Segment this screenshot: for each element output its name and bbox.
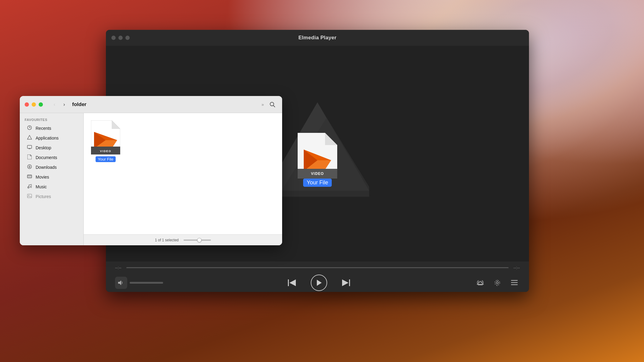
player-close-button[interactable]	[111, 36, 116, 40]
finder-titlebar: ‹ › folder »	[20, 96, 282, 113]
finder-close-button[interactable]	[25, 102, 29, 107]
skip-back-icon	[288, 279, 296, 286]
sidebar-label-desktop: Desktop	[36, 145, 51, 150]
finder-minimize-button[interactable]	[32, 102, 36, 107]
svg-point-17	[496, 282, 499, 284]
svg-marker-29	[30, 154, 32, 156]
volume-button[interactable]	[115, 277, 127, 289]
skip-forward-button[interactable]	[339, 276, 353, 289]
file-item[interactable]: VIDEO Your File	[91, 120, 120, 162]
player-title: Elmedia Player	[298, 35, 336, 41]
airplay-icon	[477, 279, 484, 286]
time-end: --:--	[513, 265, 520, 270]
svg-point-40	[28, 195, 29, 196]
finder-statusbar: 1 of 1 selected	[84, 234, 282, 245]
sidebar-label-music: Music	[36, 184, 47, 189]
svg-rect-26	[27, 145, 32, 148]
nav-forward-button[interactable]: ›	[60, 100, 68, 109]
zoom-thumb	[197, 238, 201, 242]
speaker-icon	[118, 280, 124, 285]
sidebar-item-desktop[interactable]: Desktop	[22, 143, 82, 153]
player-file-label: Your File	[303, 179, 332, 187]
svg-rect-16	[478, 284, 483, 285]
downloads-icon	[26, 164, 33, 170]
documents-icon	[26, 154, 33, 161]
svg-marker-25	[27, 135, 32, 139]
sidebar-label-pictures: Pictures	[36, 194, 51, 199]
center-controls	[285, 275, 353, 291]
finder-traffic-lights	[25, 102, 43, 107]
sidebar-label-downloads: Downloads	[36, 165, 57, 170]
movies-icon	[26, 174, 33, 180]
skip-back-button[interactable]	[285, 276, 299, 289]
sidebar-item-documents[interactable]: Documents	[22, 153, 82, 162]
svg-rect-19	[511, 280, 518, 281]
zoom-slider[interactable]	[184, 240, 211, 241]
file-icon-svg: VIDEO	[91, 120, 120, 154]
finder-path-title: folder	[72, 101, 86, 108]
svg-rect-21	[511, 284, 518, 285]
svg-rect-20	[511, 282, 518, 283]
volume-section	[115, 277, 163, 289]
nav-back-button[interactable]: ‹	[50, 100, 59, 109]
airplay-button[interactable]	[475, 277, 486, 288]
player-titlebar: Elmedia Player	[106, 30, 529, 46]
settings-button[interactable]	[492, 277, 503, 288]
gear-icon	[494, 279, 501, 286]
player-minimize-button[interactable]	[118, 36, 123, 40]
play-button[interactable]	[311, 275, 327, 291]
svg-marker-3	[325, 133, 337, 145]
finder-main: VIDEO Your File 1 of 1 selected	[84, 113, 282, 245]
svg-point-18	[495, 280, 500, 285]
finder-window: ‹ › folder » Favourites Recents	[20, 96, 282, 245]
sidebar-item-applications[interactable]: Applications	[22, 133, 82, 143]
sidebar-item-music[interactable]: Music	[22, 182, 82, 192]
svg-point-37	[28, 187, 29, 188]
progress-track[interactable]	[126, 267, 509, 268]
finder-maximize-button[interactable]	[39, 102, 43, 107]
svg-marker-9	[118, 280, 121, 285]
desktop-icon	[26, 145, 33, 151]
progress-area: --:-- --:--	[106, 261, 529, 274]
svg-rect-13	[349, 279, 350, 286]
sidebar-item-downloads[interactable]: Downloads	[22, 162, 82, 172]
right-controls	[475, 277, 520, 288]
player-maximize-button[interactable]	[125, 36, 130, 40]
svg-rect-39	[27, 194, 32, 198]
file-label: Your File	[96, 156, 116, 162]
applications-icon	[26, 135, 33, 141]
svg-rect-27	[29, 148, 30, 149]
svg-line-23	[273, 105, 275, 107]
svg-marker-12	[317, 280, 322, 286]
path-chevron-icon[interactable]: »	[261, 102, 264, 107]
player-traffic-lights	[111, 36, 130, 40]
play-icon	[316, 280, 322, 286]
sidebar-label-documents: Documents	[36, 155, 57, 160]
sidebar-item-recents[interactable]: Recents	[22, 123, 82, 133]
svg-marker-11	[289, 279, 296, 286]
svg-text:VIDEO: VIDEO	[311, 172, 324, 176]
selection-status: 1 of 1 selected	[155, 238, 179, 242]
sidebar-item-pictures[interactable]: Pictures	[22, 192, 82, 201]
playlist-icon	[511, 280, 518, 286]
controls-row	[106, 274, 529, 292]
svg-rect-10	[288, 279, 289, 286]
finder-toolbar-right: »	[261, 100, 277, 109]
sidebar-label-applications: Applications	[36, 136, 59, 140]
time-start: --:--	[115, 265, 121, 270]
sidebar-section-favourites: Favourites	[20, 118, 83, 123]
skip-forward-icon	[342, 279, 350, 286]
search-icon	[270, 102, 275, 107]
finder-nav: ‹ ›	[50, 100, 68, 109]
music-icon	[26, 184, 33, 190]
finder-content: VIDEO Your File	[84, 113, 282, 234]
playlist-button[interactable]	[509, 277, 520, 288]
finder-search-button[interactable]	[268, 100, 277, 109]
sidebar-item-movies[interactable]: Movies	[22, 172, 82, 182]
svg-text:VIDEO: VIDEO	[100, 149, 111, 153]
player-file-svg: VIDEO	[298, 133, 337, 179]
recents-icon	[26, 125, 33, 131]
volume-slider[interactable]	[130, 282, 163, 284]
sidebar-label-movies: Movies	[36, 175, 49, 179]
player-file-icon: VIDEO Your File	[298, 133, 337, 187]
